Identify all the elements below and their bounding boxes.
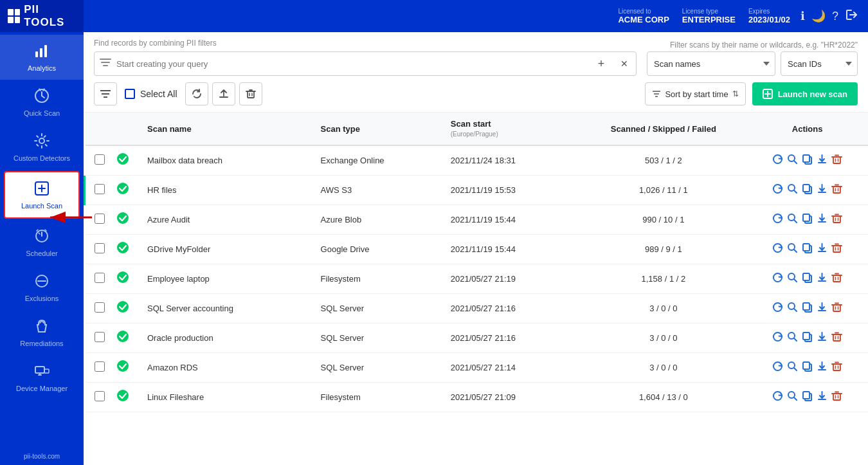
license-type-label: License type <box>682 8 718 15</box>
action-download-icon[interactable] <box>817 390 827 405</box>
row-checkbox-7[interactable] <box>95 361 105 372</box>
action-rerun-icon[interactable] <box>772 272 783 286</box>
filter-lines-icon[interactable] <box>95 58 116 69</box>
action-rerun-icon[interactable] <box>772 302 783 316</box>
sidebar-item-exclusions[interactable]: Exclusions <box>0 265 84 310</box>
action-download-icon[interactable] <box>817 183 827 197</box>
row-checkbox-2[interactable] <box>95 214 105 224</box>
action-download-icon[interactable] <box>817 242 827 257</box>
logout-icon[interactable] <box>845 8 858 24</box>
action-delete-icon[interactable] <box>831 390 842 405</box>
sidebar-item-launch-scan[interactable]: Launch Scan <box>4 171 80 219</box>
content-area: Find records by combining PII filters + … <box>84 32 868 465</box>
select-all-checkbox[interactable] <box>125 89 135 99</box>
scan-names-select[interactable]: Scan names <box>647 51 775 76</box>
action-download-icon[interactable] <box>817 331 827 345</box>
action-rerun-icon[interactable] <box>772 213 783 227</box>
action-delete-icon[interactable] <box>831 331 842 345</box>
action-download-icon[interactable] <box>817 213 827 227</box>
action-copy-icon[interactable] <box>802 154 813 168</box>
svg-point-94 <box>117 360 129 372</box>
action-view-icon[interactable] <box>787 331 798 345</box>
action-rerun-icon[interactable] <box>772 390 783 405</box>
row-start: 2021/05/27 21:14 <box>442 353 581 383</box>
action-delete-icon[interactable] <box>831 213 842 227</box>
action-delete-icon[interactable] <box>831 302 842 316</box>
action-view-icon[interactable] <box>787 390 798 405</box>
action-view-icon[interactable] <box>787 272 798 286</box>
action-delete-icon[interactable] <box>831 154 842 168</box>
action-delete-icon[interactable] <box>831 361 842 375</box>
row-checkbox-4[interactable] <box>95 273 105 283</box>
scan-ids-select[interactable]: Scan IDs <box>781 51 858 76</box>
remediations-icon <box>33 318 50 337</box>
select-all-area: Select All <box>125 89 177 99</box>
sidebar-item-scheduler[interactable]: Scheduler <box>0 220 84 265</box>
status-ok-icon <box>116 244 129 257</box>
licensed-to-label: Licensed to <box>618 8 651 15</box>
action-delete-icon[interactable] <box>831 272 842 286</box>
action-download-icon[interactable] <box>817 302 827 316</box>
launch-new-scan-button[interactable]: Launch new scan <box>752 82 858 105</box>
filter-icon-button[interactable] <box>94 82 117 105</box>
sidebar-item-remediations[interactable]: Remediations <box>0 310 84 355</box>
action-rerun-icon[interactable] <box>772 331 783 345</box>
action-view-icon[interactable] <box>787 361 798 375</box>
col-header-count: Scanned / Skipped / Failed <box>580 113 746 145</box>
action-view-icon[interactable] <box>787 183 798 197</box>
action-copy-icon[interactable] <box>802 361 813 375</box>
row-checkbox-1[interactable] <box>95 184 105 194</box>
action-copy-icon[interactable] <box>802 183 813 197</box>
toolbar-refresh-button[interactable] <box>185 82 208 105</box>
action-copy-icon[interactable] <box>802 331 813 345</box>
search-add-button[interactable]: + <box>590 52 613 75</box>
sidebar-item-custom-detectors[interactable]: Custom Detectors <box>0 125 84 170</box>
action-rerun-icon[interactable] <box>772 242 783 257</box>
action-copy-icon[interactable] <box>802 242 813 257</box>
pii-filter-hint: Find records by combining PII filters <box>94 39 637 48</box>
svg-point-4 <box>39 138 44 143</box>
action-view-icon[interactable] <box>787 213 798 227</box>
action-delete-icon[interactable] <box>831 242 842 257</box>
action-download-icon[interactable] <box>817 154 827 168</box>
sort-select[interactable]: Sort by start time ⇅ <box>645 82 745 105</box>
action-copy-icon[interactable] <box>802 390 813 405</box>
scan-filter-hint: Filter scans by their name or wildcards,… <box>670 39 858 50</box>
action-view-icon[interactable] <box>787 242 798 257</box>
action-view-icon[interactable] <box>787 302 798 316</box>
row-checkbox-8[interactable] <box>95 391 105 401</box>
action-copy-icon[interactable] <box>802 302 813 316</box>
action-rerun-icon[interactable] <box>772 154 783 168</box>
search-clear-button[interactable]: ✕ <box>613 52 636 75</box>
row-checkbox-5[interactable] <box>95 302 105 313</box>
action-copy-icon[interactable] <box>802 213 813 227</box>
sidebar: PII TOOLS Analytics Quic <box>0 0 84 465</box>
action-rerun-icon[interactable] <box>772 361 783 375</box>
action-download-icon[interactable] <box>817 272 827 286</box>
select-all-label[interactable]: Select All <box>140 89 177 99</box>
action-view-icon[interactable] <box>787 154 798 168</box>
info-icon[interactable]: ℹ <box>800 9 805 23</box>
sidebar-item-analytics[interactable]: Analytics <box>0 35 84 80</box>
action-copy-icon[interactable] <box>802 272 813 286</box>
svg-rect-10 <box>35 367 44 373</box>
toolbar-delete-button[interactable] <box>239 82 262 105</box>
dark-mode-icon[interactable]: 🌙 <box>811 9 826 23</box>
sidebar-item-device-manager[interactable]: Device Manager <box>0 355 84 400</box>
table-row: Employee laptop Filesystem 2021/05/27 21… <box>85 264 869 294</box>
sidebar-item-quick-scan[interactable]: Quick Scan <box>0 80 84 125</box>
row-checkbox-3[interactable] <box>95 243 105 253</box>
search-input[interactable] <box>116 59 590 69</box>
row-checkbox-6[interactable] <box>95 332 105 342</box>
help-icon[interactable]: ? <box>832 10 838 23</box>
row-actions <box>746 383 868 412</box>
exclusions-icon <box>33 273 50 292</box>
action-rerun-icon[interactable] <box>772 183 783 197</box>
action-download-icon[interactable] <box>817 361 827 375</box>
row-checkbox-0[interactable] <box>95 154 105 165</box>
svg-rect-45 <box>833 187 840 193</box>
row-count: 3 / 0 / 0 <box>580 353 746 383</box>
action-delete-icon[interactable] <box>831 183 842 197</box>
toolbar: Select All <box>84 76 868 113</box>
toolbar-upload-button[interactable] <box>212 82 235 105</box>
